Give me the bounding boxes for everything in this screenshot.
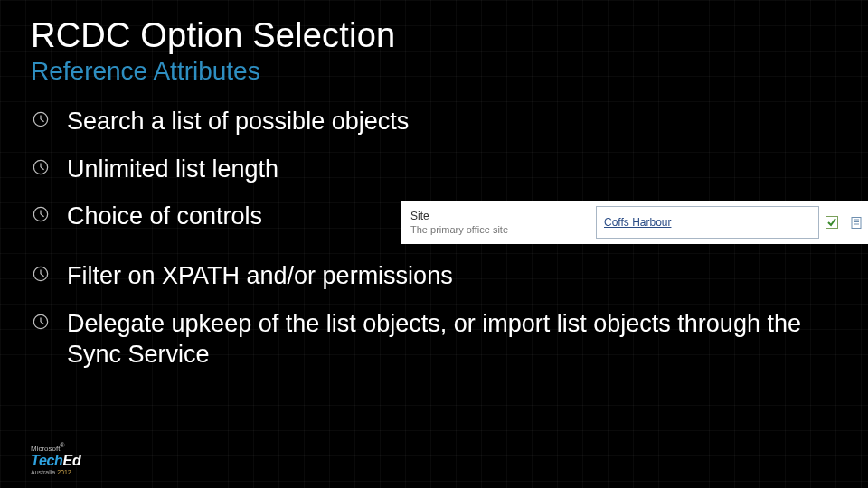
svg-line-16 bbox=[41, 274, 44, 277]
svg-line-2 bbox=[41, 119, 44, 122]
svg-line-19 bbox=[41, 322, 44, 324]
slide-title: RCDC Option Selection bbox=[31, 16, 837, 55]
field-label: Site bbox=[410, 210, 596, 222]
bullet-text: Search a list of possible objects bbox=[67, 106, 409, 137]
brand-logo: TechEd bbox=[31, 454, 80, 468]
slide: RCDC Option Selection Reference Attribut… bbox=[0, 0, 868, 488]
bullet-item: Unlimited list length bbox=[31, 154, 837, 185]
bullet-text: Unlimited list length bbox=[67, 154, 278, 185]
clock-bullet-icon bbox=[31, 314, 51, 330]
svg-rect-10 bbox=[852, 218, 861, 229]
bullet-text: Filter on XPATH and/or permissions bbox=[67, 260, 453, 292]
bullet-text: Choice of controls bbox=[67, 201, 262, 232]
bullet-item: Filter on XPATH and/or permissions bbox=[31, 260, 837, 292]
browse-icon[interactable] bbox=[850, 215, 864, 230]
brand-part-a: Tech bbox=[31, 453, 63, 468]
bullet-text: Delegate upkeep of the list objects, or … bbox=[67, 308, 837, 371]
validate-icon[interactable] bbox=[825, 215, 839, 230]
vendor-label: Microsoft® bbox=[31, 443, 80, 453]
reference-field-panel: Site The primary office site Coffs Harbo… bbox=[401, 201, 868, 244]
reference-value-link[interactable]: Coffs Harbour bbox=[596, 206, 819, 239]
svg-line-8 bbox=[41, 214, 44, 217]
clock-bullet-icon bbox=[31, 206, 51, 222]
bullet-list: Search a list of possible objects Unlimi… bbox=[31, 106, 837, 371]
slide-subtitle: Reference Attributes bbox=[31, 57, 837, 86]
field-description: The primary office site bbox=[410, 224, 596, 235]
bullet-item: Search a list of possible objects bbox=[31, 106, 837, 137]
event-region: Australia 2012 bbox=[31, 469, 80, 475]
field-action-icons bbox=[825, 204, 864, 240]
clock-bullet-icon bbox=[31, 111, 51, 127]
bullet-item: Choice of controls Site The primary offi… bbox=[31, 201, 837, 244]
field-caption: Site The primary office site bbox=[410, 204, 596, 240]
svg-line-5 bbox=[41, 167, 44, 170]
clock-bullet-icon bbox=[31, 159, 51, 175]
clock-bullet-icon bbox=[31, 266, 51, 282]
brand-part-b: Ed bbox=[63, 453, 81, 468]
reference-value-text: Coffs Harbour bbox=[604, 216, 671, 229]
footer-logo: Microsoft® TechEd Australia 2012 bbox=[31, 443, 80, 475]
bullet-item: Delegate upkeep of the list objects, or … bbox=[31, 308, 837, 371]
